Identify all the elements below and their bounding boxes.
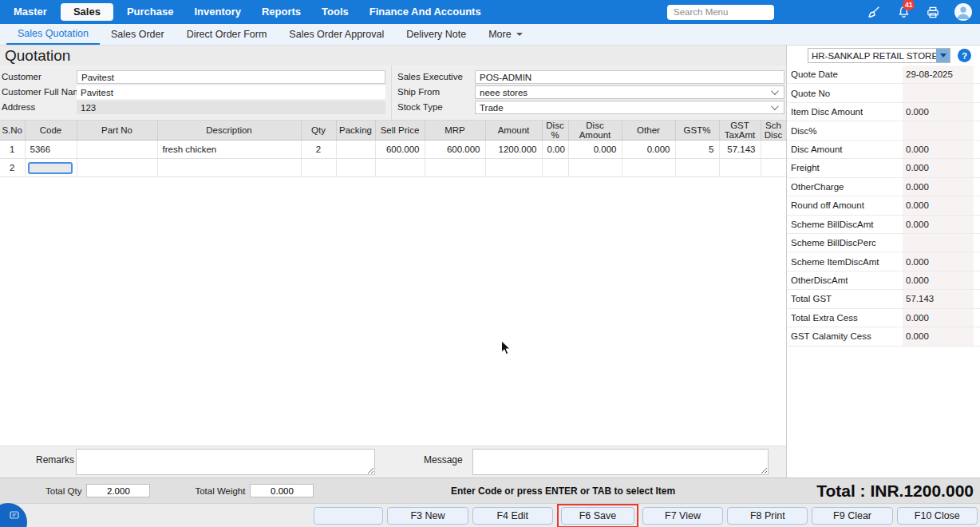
summary-value[interactable]: 0.000 [903, 327, 974, 345]
blank-button[interactable] [314, 507, 383, 525]
summary-row-total-gst: Total GST57.143 [787, 290, 980, 308]
summary-label: OtherDiscAmt [787, 275, 903, 285]
summary-label: GST Calamity Cess [787, 331, 903, 341]
f9-clear-button[interactable]: F9 Clear [812, 507, 892, 525]
summary-label: Disc Amount [787, 145, 903, 154]
col-gst-taxamt: GST TaxAmt [719, 121, 761, 141]
customer-field[interactable] [77, 70, 385, 84]
tab-sales-quotation[interactable]: Sales Quotation [6, 24, 100, 45]
page-title: Quotation [5, 47, 70, 65]
form-divider [391, 65, 392, 120]
cell-disc-pct [542, 159, 568, 177]
summary-value[interactable]: 0.000 [903, 141, 974, 158]
stock-type-select[interactable]: Trade [475, 101, 784, 114]
summary-value[interactable]: 29-08-2025 [903, 65, 974, 83]
cell-sch-disc [761, 159, 786, 177]
store-select[interactable]: HR-SANKALP RETAIL STORE-K [808, 48, 950, 63]
item-code-input[interactable] [28, 162, 73, 174]
right-column: HR-SANKALP RETAIL STORE-K ? Quote Date29… [786, 46, 980, 477]
notes-row: Remarks Message [0, 446, 786, 477]
notifications-bell-icon[interactable]: 41 [895, 4, 911, 20]
items-table-area: S.No Code Part No Description Qty Packin… [0, 120, 786, 446]
message-textarea[interactable] [472, 449, 769, 475]
f3-new-button[interactable]: F3 New [387, 507, 468, 525]
chevron-down-icon [771, 87, 779, 95]
tab-direct-order-form[interactable]: Direct Order Form [176, 24, 279, 45]
ship-from-value: neee stores [480, 88, 771, 97]
summary-value[interactable] [903, 234, 974, 252]
summary-value[interactable]: 0.000 [903, 196, 974, 214]
menu-tools[interactable]: Tools [311, 0, 359, 24]
store-select-arrow[interactable] [936, 49, 950, 62]
customer-full-name-field[interactable] [77, 85, 385, 99]
col-disc-pct: Disc % [542, 121, 568, 141]
f6-save-button[interactable]: F6 Save [561, 507, 634, 525]
summary-label: Scheme BillDiscAmt [787, 220, 903, 229]
menu-sales[interactable]: Sales [61, 3, 113, 21]
cell-code: 5366 [25, 141, 77, 159]
top-navbar: Master Sales Purchase Inventory Reports … [0, 0, 980, 24]
printer-icon[interactable] [925, 4, 941, 20]
remarks-textarea[interactable] [76, 449, 375, 475]
summary-row-scheme-itemdiscamt: Scheme ItemDiscAmt0.000 [787, 252, 980, 271]
ship-from-select[interactable]: neee stores [475, 85, 784, 99]
cell-sell-price: 600.000 [375, 141, 425, 159]
customer-full-name-label: Customer Full Name [2, 87, 85, 97]
summary-row-quote-date: Quote Date29-08-2025 [787, 65, 980, 84]
menu-reports[interactable]: Reports [251, 0, 311, 24]
f6-save-highlight: F6 Save [557, 504, 638, 527]
f8-print-button[interactable]: F8 Print [727, 507, 808, 525]
cell-disc-amount: 0.000 [568, 141, 622, 159]
total-qty-field[interactable] [86, 484, 150, 497]
cell-code [25, 159, 77, 177]
cell-part-no [77, 159, 157, 177]
summary-value[interactable] [903, 121, 974, 139]
cell-packing [336, 159, 375, 177]
tab-delivery-note[interactable]: Delivery Note [395, 24, 477, 45]
menu-purchase[interactable]: Purchase [117, 0, 184, 24]
address-label: Address [2, 102, 35, 112]
notification-badge: 41 [903, 0, 915, 10]
summary-label: Quote Date [787, 69, 903, 79]
total-weight-field[interactable] [250, 484, 314, 497]
sales-executive-field[interactable] [475, 70, 784, 84]
summary-value[interactable]: 0.000 [903, 252, 974, 270]
tab-more[interactable]: More [477, 24, 533, 45]
cell-gst-pct: 5 [675, 141, 719, 159]
menu-master[interactable]: Master [3, 0, 57, 24]
total-qty-label: Total Qty [45, 486, 81, 496]
summary-value[interactable] [903, 84, 974, 101]
summary-value[interactable]: 57.143 [903, 290, 974, 307]
f10-close-button[interactable]: F10 Close [897, 507, 978, 525]
tab-sales-order[interactable]: Sales Order [100, 24, 176, 45]
summary-value[interactable]: 0.000 [903, 159, 974, 176]
cell-disc-amount [568, 159, 622, 177]
sub-navbar: Sales Quotation Sales Order Direct Order… [0, 24, 980, 46]
user-avatar[interactable] [954, 3, 972, 21]
summary-label: Quote No [787, 89, 903, 98]
col-sch-disc: Sch Disc [761, 121, 786, 141]
search-input[interactable] [667, 5, 774, 20]
summary-value[interactable]: 0.000 [903, 271, 974, 289]
function-button-bar: F3 New F4 Edit F6 Save F7 View F8 Print … [0, 503, 980, 527]
cell-other: 0.000 [622, 141, 675, 159]
summary-value[interactable]: 0.000 [903, 216, 974, 233]
address-field[interactable] [77, 101, 385, 114]
col-disc-amount: Disc Amount [568, 121, 622, 141]
summary-value[interactable]: 0.000 [903, 309, 974, 327]
theme-brush-icon[interactable] [866, 4, 882, 20]
summary-value[interactable]: 0.000 [903, 178, 974, 196]
summary-value[interactable]: 0.000 [903, 103, 974, 121]
f7-view-button[interactable]: F7 View [642, 507, 723, 525]
help-icon[interactable]: ? [958, 49, 971, 62]
main-menu: Master Sales Purchase Inventory Reports … [3, 0, 492, 24]
stock-type-value: Trade [480, 103, 771, 113]
tab-sales-order-approval[interactable]: Sales Order Approval [278, 24, 395, 45]
summary-row-quote-no: Quote No [787, 84, 980, 102]
f4-edit-button[interactable]: F4 Edit [472, 507, 553, 525]
menu-finance-and-accounts[interactable]: Finance And Accounts [359, 0, 492, 24]
col-other: Other [622, 121, 675, 141]
menu-inventory[interactable]: Inventory [184, 0, 251, 24]
col-sno: S.No [0, 121, 25, 141]
summary-label: Item Disc Amount [787, 107, 903, 117]
